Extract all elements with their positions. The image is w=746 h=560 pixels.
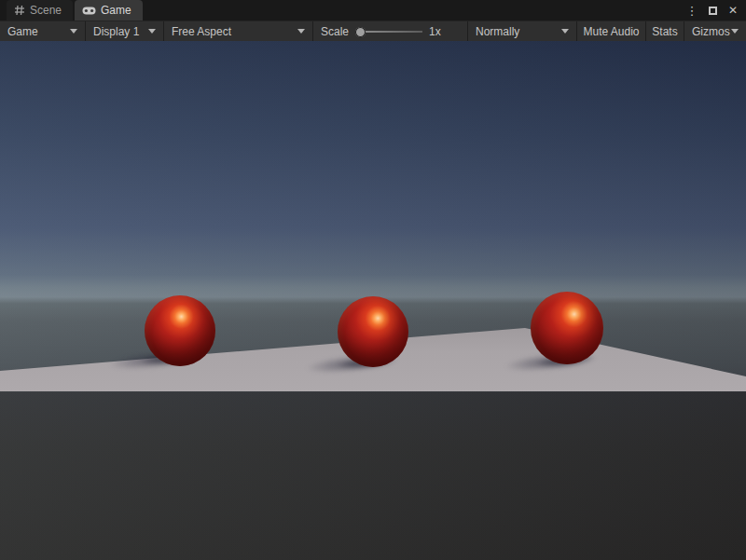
chevron-down-icon (297, 29, 305, 34)
display-dropdown-label: Display 1 (93, 25, 139, 38)
grid-icon (14, 5, 25, 16)
tab-scene[interactable]: Scene (7, 0, 73, 20)
mute-audio-button[interactable]: Mute Audio (577, 21, 646, 41)
game-view-panel: Scene Game ⋮ ✕ Game Display 1 (0, 0, 746, 560)
game-mode-dropdown[interactable]: Game (0, 21, 86, 41)
play-focus-dropdown[interactable]: Normally (468, 21, 577, 41)
game-render-viewport[interactable] (0, 41, 746, 560)
chevron-down-icon (561, 29, 569, 34)
tab-strip: Scene Game ⋮ ✕ (0, 0, 746, 20)
gizmos-dropdown[interactable]: Gizmos (684, 21, 746, 41)
maximize-icon[interactable] (705, 3, 720, 18)
scale-slider[interactable] (355, 26, 422, 37)
gamepad-icon (82, 7, 96, 15)
scale-value: 1x (429, 25, 441, 38)
close-icon[interactable]: ✕ (725, 3, 740, 18)
red-sphere (531, 292, 603, 364)
red-sphere (145, 295, 215, 366)
play-focus-dropdown-label: Normally (476, 25, 519, 38)
gizmos-label: Gizmos (692, 25, 730, 38)
chevron-down-icon (70, 29, 77, 34)
stats-button[interactable]: Stats (646, 21, 684, 41)
scale-label: Scale (321, 25, 349, 38)
red-sphere (338, 296, 408, 367)
scale-slider-knob[interactable] (355, 27, 366, 37)
display-dropdown[interactable]: Display 1 (86, 21, 164, 41)
scale-slider-track (359, 31, 422, 33)
game-mode-dropdown-label: Game (7, 25, 38, 38)
stats-label: Stats (652, 25, 677, 38)
mute-audio-label: Mute Audio (583, 25, 639, 38)
chevron-down-icon (731, 29, 739, 34)
tab-game[interactable]: Game (75, 0, 143, 20)
aspect-ratio-dropdown-label: Free Aspect (172, 25, 231, 38)
tab-scene-label: Scene (30, 4, 62, 17)
chevron-down-icon (148, 29, 156, 34)
more-options-icon[interactable]: ⋮ (684, 3, 699, 18)
tab-game-label: Game (101, 4, 131, 17)
scale-control: Scale 1x (313, 21, 468, 41)
game-view-toolbar: Game Display 1 Free Aspect Scale 1x Norm… (0, 20, 746, 41)
window-controls: ⋮ ✕ (684, 0, 746, 20)
aspect-ratio-dropdown[interactable]: Free Aspect (164, 21, 313, 41)
